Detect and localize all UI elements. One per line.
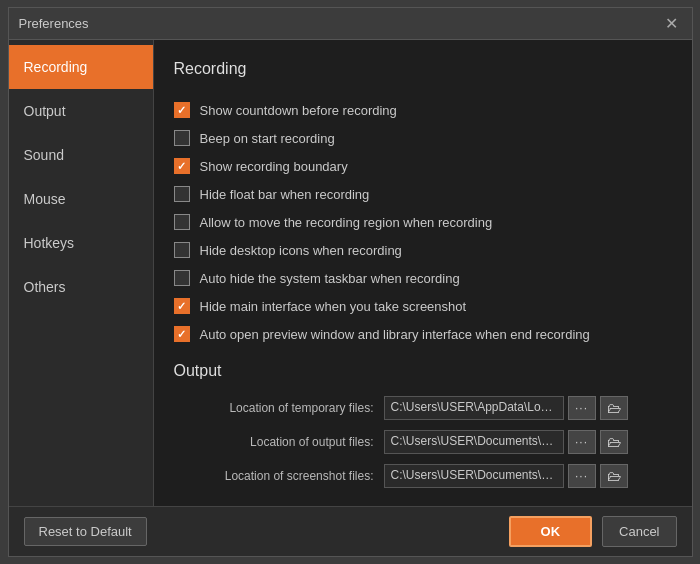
screenshot-files-input[interactable]: C:\Users\USER\Documents\Aisees	[384, 464, 564, 488]
sidebar-item-recording[interactable]: Recording	[9, 45, 153, 89]
close-button[interactable]: ✕	[662, 14, 682, 34]
sidebar-item-output[interactable]: Output	[9, 89, 153, 133]
screenshot-files-dots-button[interactable]: ···	[568, 464, 596, 488]
checkbox-show-boundary-box[interactable]	[174, 158, 190, 174]
checkbox-beep-start: Beep on start recording	[174, 130, 672, 146]
output-files-folder-button[interactable]: 🗁	[600, 430, 628, 454]
recording-section-title: Recording	[174, 60, 672, 86]
checkbox-allow-move-label: Allow to move the recording region when …	[200, 215, 493, 230]
output-section: Output Location of temporary files: C:\U…	[174, 362, 672, 488]
temp-files-input[interactable]: C:\Users\USER\AppData\Local\Ten	[384, 396, 564, 420]
footer-right-buttons: OK Cancel	[509, 516, 677, 547]
checkbox-auto-hide-taskbar-box[interactable]	[174, 270, 190, 286]
temp-files-dots-button[interactable]: ···	[568, 396, 596, 420]
checkbox-auto-hide-taskbar-label: Auto hide the system taskbar when record…	[200, 271, 460, 286]
sidebar-item-hotkeys[interactable]: Hotkeys	[9, 221, 153, 265]
footer: Reset to Default OK Cancel	[9, 506, 692, 556]
output-files-dots-button[interactable]: ···	[568, 430, 596, 454]
temp-files-label: Location of temporary files:	[174, 401, 374, 415]
sidebar: Recording Output Sound Mouse Hotkeys Oth…	[9, 40, 154, 506]
checkbox-hide-main-label: Hide main interface when you take screen…	[200, 299, 467, 314]
sidebar-item-others[interactable]: Others	[9, 265, 153, 309]
main-content: Recording Output Sound Mouse Hotkeys Oth…	[9, 40, 692, 506]
output-files-input[interactable]: C:\Users\USER\Documents\Aisees	[384, 430, 564, 454]
checkbox-beep-start-label: Beep on start recording	[200, 131, 335, 146]
preferences-dialog: Preferences ✕ Recording Output Sound Mou…	[8, 7, 693, 557]
screenshot-files-folder-button[interactable]: 🗁	[600, 464, 628, 488]
ok-button[interactable]: OK	[509, 516, 593, 547]
checkbox-hide-desktop-label: Hide desktop icons when recording	[200, 243, 402, 258]
screenshot-files-row: Location of screenshot files: C:\Users\U…	[174, 464, 672, 488]
titlebar: Preferences ✕	[9, 8, 692, 40]
output-section-title: Output	[174, 362, 672, 380]
dialog-title: Preferences	[19, 16, 89, 31]
checkbox-show-boundary: Show recording boundary	[174, 158, 672, 174]
checkbox-allow-move-box[interactable]	[174, 214, 190, 230]
checkbox-show-countdown-label: Show countdown before recording	[200, 103, 397, 118]
checkbox-hide-float: Hide float bar when recording	[174, 186, 672, 202]
checkbox-hide-main-box[interactable]	[174, 298, 190, 314]
checkbox-auto-hide-taskbar: Auto hide the system taskbar when record…	[174, 270, 672, 286]
checkbox-show-boundary-label: Show recording boundary	[200, 159, 348, 174]
checkbox-hide-float-box[interactable]	[174, 186, 190, 202]
sidebar-item-mouse[interactable]: Mouse	[9, 177, 153, 221]
sidebar-item-sound[interactable]: Sound	[9, 133, 153, 177]
checkbox-auto-open-preview: Auto open preview window and library int…	[174, 326, 672, 342]
checkbox-hide-float-label: Hide float bar when recording	[200, 187, 370, 202]
content-area: Recording Show countdown before recordin…	[154, 40, 692, 506]
reset-to-default-button[interactable]: Reset to Default	[24, 517, 147, 546]
checkbox-allow-move: Allow to move the recording region when …	[174, 214, 672, 230]
checkbox-hide-desktop: Hide desktop icons when recording	[174, 242, 672, 258]
checkbox-auto-open-preview-box[interactable]	[174, 326, 190, 342]
cancel-button[interactable]: Cancel	[602, 516, 676, 547]
output-files-label: Location of output files:	[174, 435, 374, 449]
temp-files-row: Location of temporary files: C:\Users\US…	[174, 396, 672, 420]
checkbox-hide-main: Hide main interface when you take screen…	[174, 298, 672, 314]
checkbox-beep-start-box[interactable]	[174, 130, 190, 146]
temp-files-folder-button[interactable]: 🗁	[600, 396, 628, 420]
checkbox-show-countdown: Show countdown before recording	[174, 102, 672, 118]
checkbox-show-countdown-box[interactable]	[174, 102, 190, 118]
screenshot-files-label: Location of screenshot files:	[174, 469, 374, 483]
output-files-row: Location of output files: C:\Users\USER\…	[174, 430, 672, 454]
checkbox-auto-open-preview-label: Auto open preview window and library int…	[200, 327, 590, 342]
checkbox-hide-desktop-box[interactable]	[174, 242, 190, 258]
